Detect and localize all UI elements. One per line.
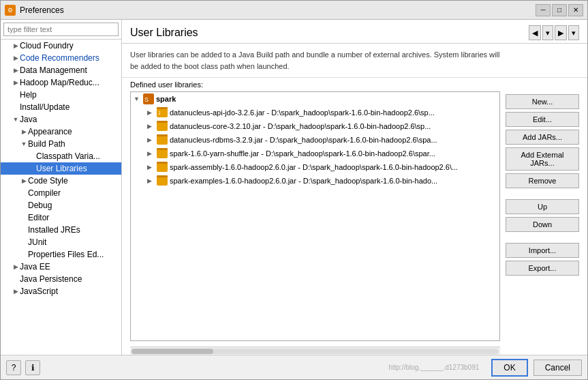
library-jar-4[interactable]: ▶ spark-assembly-1.6.0-hadoop2.6.0.jar -… [131, 160, 499, 174]
sidebar-item-java-ee[interactable]: ▶ Java EE [1, 261, 121, 273]
svg-rect-3 [157, 107, 168, 109]
sidebar-item-label: Classpath Varia... [36, 151, 100, 161]
title-bar: ⚙ Preferences ─ □ ✕ [1, 1, 587, 20]
sidebar-item-javascript[interactable]: ▶ JavaScript [1, 285, 121, 297]
svg-rect-14 [157, 175, 168, 177]
watermark-text: http://blog.______.d1273b091 [388, 364, 479, 371]
nav-back-button[interactable]: ◀ [529, 25, 541, 40]
chevron-right-icon: ▶ [12, 78, 20, 87]
sidebar-item-label: Appearance [28, 127, 72, 136]
sidebar-item-java-persistence[interactable]: ▶ Java Persistence [1, 273, 121, 285]
sidebar: ▶ Cloud Foundry ▶ Code Recommenders ▶ Da… [1, 20, 122, 355]
minimize-button[interactable]: ─ [536, 4, 551, 16]
up-button[interactable]: Up [506, 199, 579, 214]
svg-rect-10 [157, 148, 168, 150]
sidebar-item-label: Compiler [28, 188, 61, 198]
window-title: Preferences [20, 5, 536, 15]
library-root-spark[interactable]: ▼ S spark [131, 92, 499, 106]
sidebar-item-label: Code Recommenders [20, 53, 99, 63]
library-jar-5[interactable]: ▶ spark-examples-1.6.0-hadoop2.6.0.jar -… [131, 174, 499, 188]
sidebar-item-compiler[interactable]: ▶ Compiler [1, 187, 121, 199]
panel-body: ▼ S spark ▶ [122, 91, 587, 355]
nav-forward-button[interactable]: ▶ [555, 25, 567, 40]
remove-button[interactable]: Remove [506, 173, 579, 188]
svg-rect-8 [157, 134, 168, 136]
sidebar-item-debug[interactable]: ▶ Debug [1, 199, 121, 211]
jar-label-5: spark-examples-1.6.0-hadoop2.6.0.jar - D… [170, 177, 437, 185]
chevron-down-icon: ▼ [134, 96, 142, 102]
library-jar-3[interactable]: ▶ spark-1.6.0-yarn-shuffle.jar - D:\spar… [131, 147, 499, 160]
sidebar-item-label: Cloud Foundry [20, 41, 74, 50]
chevron-right-icon: ▶ [147, 109, 155, 116]
panel-description-line2: be added to the boot class path when lau… [130, 61, 579, 72]
sidebar-item-code-style[interactable]: ▶ Code Style [1, 175, 121, 187]
info-button[interactable]: ℹ [25, 360, 40, 375]
library-jar-2[interactable]: ▶ datanucleus-rdbms-3.2.9.jar - D:\spark… [131, 133, 499, 147]
sidebar-item-label: JUnit [28, 237, 46, 247]
sidebar-item-label: Code Style [28, 176, 68, 186]
spark-icon: S [143, 93, 154, 104]
chevron-right-icon: ▶ [12, 42, 20, 50]
sidebar-item-help[interactable]: ▶ Help [1, 89, 121, 101]
svg-rect-12 [157, 162, 168, 164]
export-button[interactable]: Export... [506, 261, 579, 276]
chevron-right-icon: ▶ [12, 287, 20, 295]
sidebar-item-label: Install/Update [20, 102, 69, 112]
add-external-jars-button[interactable]: Add External JARs... [506, 147, 579, 171]
jar-label-4: spark-assembly-1.6.0-hadoop2.6.0.jar - D… [170, 163, 458, 171]
main-content: ▶ Cloud Foundry ▶ Code Recommenders ▶ Da… [1, 20, 587, 355]
nav-forward-dropdown-button[interactable]: ▾ [568, 25, 579, 40]
horizontal-scrollbar[interactable] [130, 347, 500, 355]
import-button[interactable]: Import... [506, 243, 579, 258]
edit-button[interactable]: Edit... [506, 112, 579, 127]
chevron-down-icon: ▼ [20, 140, 28, 148]
sidebar-item-build-path[interactable]: ▼ Build Path [1, 138, 121, 150]
sidebar-item-label: Help [20, 90, 37, 100]
sidebar-item-appearance[interactable]: ▶ Appearance [1, 126, 121, 138]
search-box [1, 20, 121, 40]
svg-rect-9 [157, 149, 168, 158]
sidebar-item-installed-jres[interactable]: ▶ Installed JREs [1, 224, 121, 236]
close-button[interactable]: ✕ [568, 4, 583, 16]
library-name-spark: spark [156, 95, 176, 103]
library-tree[interactable]: ▼ S spark ▶ [130, 91, 500, 341]
bottom-bar: ? ℹ http://blog.______.d1273b091 OK Canc… [1, 355, 587, 379]
nav-back-dropdown-button[interactable]: ▾ [542, 25, 553, 40]
library-jar-1[interactable]: ▶ datanucleus-core-3.2.10.jar - D:\spark… [131, 119, 499, 133]
jar-icon [157, 148, 168, 159]
sidebar-item-hadoop[interactable]: ▶ Hadoop Map/Reduc... [1, 76, 121, 89]
jar-icon [157, 162, 168, 173]
sidebar-item-properties-files[interactable]: ▶ Properties Files Ed... [1, 248, 121, 261]
sidebar-item-junit[interactable]: ▶ JUnit [1, 236, 121, 248]
sidebar-item-code-recommenders[interactable]: ▶ Code Recommenders [1, 52, 121, 64]
svg-rect-6 [157, 121, 168, 123]
sidebar-item-label: Hadoop Map/Reduc... [20, 78, 99, 87]
sidebar-item-editor[interactable]: ▶ Editor [1, 211, 121, 224]
add-jars-button[interactable]: Add JARs... [506, 130, 579, 145]
chevron-right-icon: ▶ [147, 150, 155, 157]
chevron-right-icon: ▶ [147, 123, 155, 130]
cancel-button[interactable]: Cancel [533, 360, 582, 376]
down-button[interactable]: Down [506, 217, 579, 232]
sidebar-item-cloud-foundry[interactable]: ▶ Cloud Foundry [1, 40, 121, 52]
scrollbar-track [131, 349, 499, 354]
jar-icon [157, 121, 168, 132]
maximize-button[interactable]: □ [552, 4, 567, 16]
sidebar-item-user-libraries[interactable]: ▶ User Libraries [1, 162, 121, 175]
sidebar-item-classpath-var[interactable]: ▶ Classpath Varia... [1, 150, 121, 162]
library-jar-0[interactable]: ▶ J datanucleus-api-jdo-3.2.6.jar - D:\s… [131, 106, 499, 119]
sidebar-item-label: Properties Files Ed... [28, 250, 104, 259]
sidebar-item-java[interactable]: ▼ Java [1, 113, 121, 126]
sidebar-item-label: Java EE [20, 262, 50, 272]
new-button[interactable]: New... [506, 94, 579, 109]
ok-button[interactable]: OK [491, 359, 527, 377]
action-buttons-panel: New... Edit... Add JARs... Add External … [506, 91, 587, 355]
chevron-right-icon: ▶ [12, 263, 20, 271]
right-panel: User Libraries ◀ ▾ ▶ ▾ User libraries ca… [122, 20, 587, 355]
jar-label-0: datanucleus-api-jdo-3.2.6.jar - D:\spark… [170, 108, 435, 117]
sidebar-tree: ▶ Cloud Foundry ▶ Code Recommenders ▶ Da… [1, 40, 121, 355]
sidebar-item-install-update[interactable]: ▶ Install/Update [1, 101, 121, 113]
help-button[interactable]: ? [6, 360, 21, 375]
search-input[interactable] [3, 23, 119, 36]
sidebar-item-data-management[interactable]: ▶ Data Management [1, 64, 121, 76]
